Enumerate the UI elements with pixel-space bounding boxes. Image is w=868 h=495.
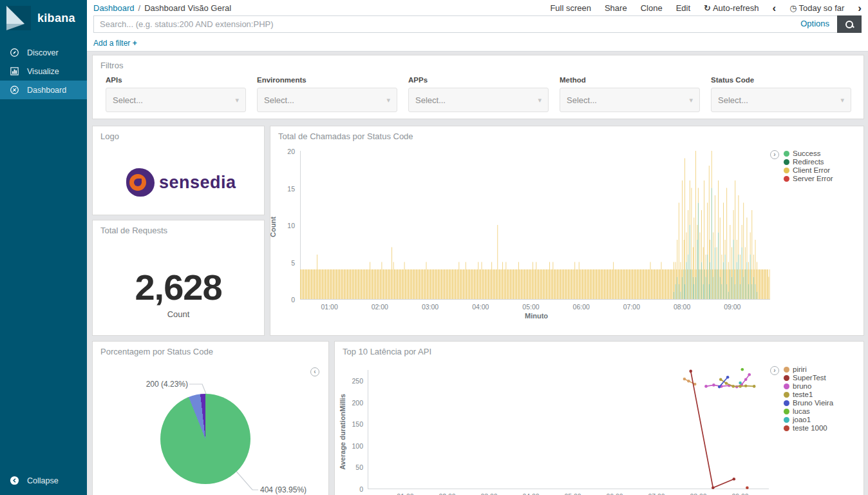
panel-logo: Logo sensedia xyxy=(92,126,265,215)
breadcrumb-current: Dashboard Visão Geral xyxy=(144,3,231,13)
panel-filtros: Filtros APIsSelect...▾EnvironmentsSelect… xyxy=(92,55,864,119)
auto-refresh-button[interactable]: ↻Auto-refresh xyxy=(704,3,759,13)
search-input[interactable] xyxy=(93,15,862,33)
sidebar-item-visualize[interactable]: Visualize xyxy=(0,62,87,81)
line-y-tick: 200 xyxy=(344,399,363,407)
filter-label: APIs xyxy=(106,76,246,84)
bar-x-tick: 04:00 xyxy=(472,303,489,311)
line-y-tick: 150 xyxy=(344,420,363,428)
legend-item-lucas[interactable]: lucas xyxy=(784,407,833,415)
line-x-tick: 03:00 xyxy=(480,492,497,495)
metric-label: Count xyxy=(93,309,264,319)
filter-select-method[interactable]: Select...▾ xyxy=(560,88,700,112)
filter-apis: APIsSelect...▾ xyxy=(106,76,246,112)
add-filter-link[interactable]: Add a filter + xyxy=(93,39,137,48)
filter-select-status-code[interactable]: Select...▾ xyxy=(711,88,851,112)
filter-select-apps[interactable]: Select...▾ xyxy=(408,88,549,112)
pie-label-404: 404 (93.95%) xyxy=(260,485,307,494)
legend-item-teste1[interactable]: teste1 xyxy=(784,391,833,398)
discover-icon xyxy=(10,48,19,57)
legend-label: Client Error xyxy=(793,166,830,174)
line-x-tick: 08:00 xyxy=(690,492,706,495)
latency-plot[interactable] xyxy=(368,367,780,495)
sidebar-nav: DiscoverVisualizeDashboard xyxy=(0,43,87,99)
breadcrumb-dashboard-link[interactable]: Dashboard xyxy=(93,3,135,13)
refresh-icon: ↻ xyxy=(704,3,711,13)
search-button[interactable] xyxy=(837,15,862,33)
legend-label: piriri xyxy=(793,365,807,373)
status-pie-chart[interactable] xyxy=(160,394,250,484)
panel-total-requests: Total de Requests 2,628 Count xyxy=(92,220,265,336)
legend-label: joao1 xyxy=(793,416,811,423)
legend-dot xyxy=(784,409,789,414)
line-x-tick: 09:00 xyxy=(731,492,748,495)
metric: 2,628 Count xyxy=(93,266,264,319)
filter-select-apis[interactable]: Select...▾ xyxy=(106,88,246,112)
time-prev-button[interactable]: ‹ xyxy=(772,4,776,12)
time-next-button[interactable]: › xyxy=(858,4,862,12)
legend-dot xyxy=(784,400,789,406)
legend-dot xyxy=(784,392,789,398)
bar-x-tick: 09:00 xyxy=(724,303,741,311)
bar-legend-toggle[interactable]: › xyxy=(770,150,779,159)
legend-item-bruno[interactable]: bruno xyxy=(784,382,833,390)
legend-item-piriri[interactable]: piriri xyxy=(784,365,833,373)
line-x-tick: 07:00 xyxy=(648,492,665,495)
legend-item-redirects[interactable]: Redirects xyxy=(784,158,833,166)
legend-dot xyxy=(784,367,789,373)
filter-select-value: Select... xyxy=(113,95,143,105)
legend-dot xyxy=(784,375,789,381)
legend-item-teste-1000[interactable]: teste 1000 xyxy=(784,424,833,432)
legend-item-client-error[interactable]: Client Error xyxy=(784,166,833,174)
bar-x-tick: 08:00 xyxy=(674,303,690,311)
sensedia-logo-icon xyxy=(126,168,155,197)
kibana-logo[interactable]: kibana xyxy=(0,0,87,38)
legend-label: Redirects xyxy=(793,158,824,166)
filter-select-value: Select... xyxy=(264,95,294,105)
filter-label: Environments xyxy=(257,76,397,84)
legend-item-joao1[interactable]: joao1 xyxy=(784,416,833,423)
breadcrumb-separator: / xyxy=(138,3,141,13)
brand-name: kibana xyxy=(37,12,75,25)
line-y-tick: 100 xyxy=(344,442,363,450)
filter-method: MethodSelect...▾ xyxy=(560,76,700,112)
legend-item-success[interactable]: Success xyxy=(784,150,833,157)
chevron-down-icon: ▾ xyxy=(840,96,844,104)
plus-icon: + xyxy=(133,39,137,48)
legend-dot xyxy=(784,168,789,173)
bar-y-tick: 0 xyxy=(276,296,295,304)
bar-x-tick: 07:00 xyxy=(623,303,640,311)
line-x-tick: 04:00 xyxy=(522,492,539,495)
panel-status-histogram-title: Total de Chamadas por Status Code xyxy=(270,126,863,141)
line-legend-toggle[interactable]: › xyxy=(770,366,779,375)
share-button[interactable]: Share xyxy=(605,3,627,13)
line-x-tick: 06:00 xyxy=(606,492,623,495)
filter-environments: EnvironmentsSelect...▾ xyxy=(257,76,397,112)
panel-filtros-title: Filtros xyxy=(93,55,863,70)
clone-button[interactable]: Clone xyxy=(641,3,663,13)
bar-y-tick: 10 xyxy=(276,222,295,229)
sidebar-item-dashboard[interactable]: Dashboard xyxy=(0,81,87,99)
legend-item-bruno-vieira[interactable]: Bruno Vieira xyxy=(784,399,833,407)
bar-x-tick: 01:00 xyxy=(321,303,337,311)
legend-item-supertest[interactable]: SuperTest xyxy=(784,374,833,382)
edit-button[interactable]: Edit xyxy=(676,3,690,13)
line-x-tick: 05:00 xyxy=(564,492,581,495)
legend-label: bruno xyxy=(793,382,811,390)
chevron-down-icon: ▾ xyxy=(386,96,390,104)
legend-label: Success xyxy=(793,150,820,157)
filter-apps: APPsSelect...▾ xyxy=(408,76,549,112)
line-y-tick: 50 xyxy=(344,463,363,471)
panel-total-requests-title: Total de Requests xyxy=(93,220,264,235)
chevron-down-icon: ▾ xyxy=(689,96,693,104)
bar-x-axis-label: Minuto xyxy=(525,312,548,320)
sidebar-item-discover[interactable]: Discover xyxy=(0,43,87,62)
sidebar-collapse-button[interactable]: Collapse xyxy=(0,471,87,490)
time-range-picker[interactable]: ◷Today so far xyxy=(789,3,844,13)
status-histogram-plot[interactable] xyxy=(300,151,770,299)
search-options-link[interactable]: Options xyxy=(800,19,829,28)
filter-select-environments[interactable]: Select...▾ xyxy=(257,88,397,112)
full-screen-button[interactable]: Full screen xyxy=(550,3,591,13)
legend-item-server-error[interactable]: Server Error xyxy=(784,175,833,182)
panel-status-histogram: Total de Chamadas por Status Code Count … xyxy=(270,126,864,336)
